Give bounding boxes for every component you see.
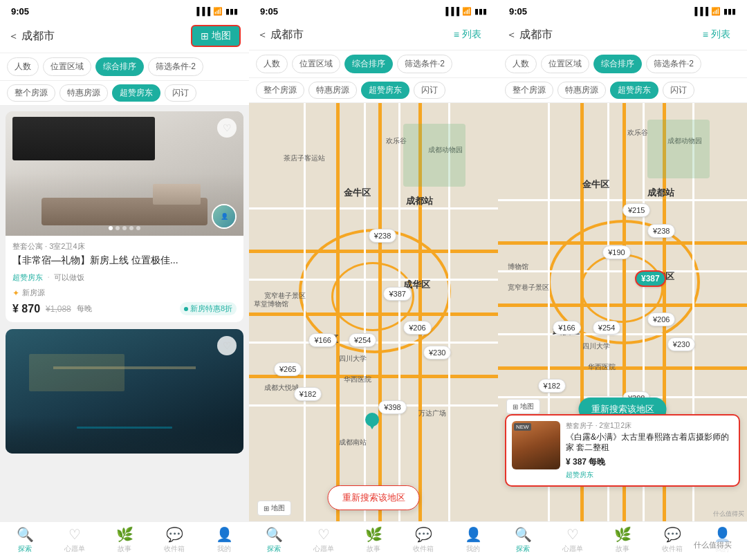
mini-listing-card-3[interactable]: NEW 整套房子 · 2室1卫2床 《白露&小满》太古里春熙路古着店摄影师的家 … xyxy=(505,414,740,487)
sub-tag-superhost-1[interactable]: 超赞房东 xyxy=(112,84,160,102)
signal-icon-1: ▐▐▐ xyxy=(194,7,210,15)
price-marker-387-2[interactable]: ¥387 xyxy=(383,287,411,301)
price-marker-238-2[interactable]: ¥238 xyxy=(369,229,396,243)
stories-icon-1: 🌿 xyxy=(116,526,133,543)
filter-tag-headcount-3[interactable]: 人数 xyxy=(505,55,537,73)
filter-tag-sort-1[interactable]: 综合排序 xyxy=(95,57,144,76)
tab-stories-2[interactable]: 🌿 故事 xyxy=(349,526,398,553)
price-marker-230-3[interactable]: ¥230 xyxy=(667,337,695,351)
sub-tag-flash-1[interactable]: 闪订 xyxy=(165,84,196,102)
panel-map-view: 9:05 ▐▐▐ 📶 ▮▮▮ ＜ 成都市 ≡ 列表 人数 位置区域 综合排序 筛… xyxy=(249,0,498,560)
district-jinniu-3: 金牛区 xyxy=(582,178,609,191)
sub-tag-flash-3[interactable]: 闪订 xyxy=(663,82,694,99)
filter-tag-headcount-1[interactable]: 人数 xyxy=(7,57,39,76)
listing-card-1[interactable]: ♡ 👤 整套公寓 · 3室2卫4床 【非常宿—礼物】新房上线 位置极佳... 超… xyxy=(6,111,243,322)
price-marker-254-3[interactable]: ¥254 xyxy=(593,321,620,335)
filter-tag-conditions-1[interactable]: 筛选条件·2 xyxy=(148,57,203,76)
price-marker-206-2[interactable]: ¥206 xyxy=(403,321,431,335)
back-button-2[interactable]: ＜ 成都市 xyxy=(257,28,304,42)
tab-stories-1[interactable]: 🌿 故事 xyxy=(100,526,149,553)
filter-tag-sort-3[interactable]: 综合排序 xyxy=(593,55,642,73)
price-marker-254-2[interactable]: ¥254 xyxy=(349,333,376,347)
host-avatar-1: 👤 xyxy=(212,204,237,229)
filter-row-1: 人数 位置区域 综合排序 筛选条件·2 xyxy=(0,53,249,81)
label-wanda-2: 万达广场 xyxy=(418,409,446,418)
filter-tag-headcount-2[interactable]: 人数 xyxy=(256,55,288,73)
tab-wishlist-3[interactable]: ♡ 心愿单 xyxy=(548,526,598,553)
sub-tag-discount-3[interactable]: 特惠房源 xyxy=(557,82,606,99)
listing-image-2: ♡ xyxy=(6,329,243,454)
mini-listing-info-3: 整套房子 · 2室1卫2床 《白露&小满》太古里春熙路古着店摄影师的家 套二整租… xyxy=(566,421,733,480)
sub-tag-discount-2[interactable]: 特惠房源 xyxy=(308,82,357,99)
back-button-1[interactable]: ＜ 成都市 xyxy=(8,29,55,44)
map-container-2[interactable]: 金牛区 成都站 成华区 武侯区 欢乐谷 成都动物园 茶店子客运站 宽窄巷子景区 … xyxy=(249,103,498,521)
discount-label-1: 新房特惠8折 xyxy=(190,304,232,314)
discount-dot-1 xyxy=(184,307,188,311)
sub-tag-superhost-3[interactable]: 超赞房东 xyxy=(610,82,658,99)
filter-tag-sort-2[interactable]: 综合排序 xyxy=(344,55,393,73)
avatar-img-1: 👤 xyxy=(213,205,235,227)
road-thin-v3-2 xyxy=(398,103,400,521)
list-view-label-3: 列表 xyxy=(711,28,730,41)
stories-label-2: 故事 xyxy=(367,544,380,554)
listing-info-1: 整套公寓 · 3室2卫4床 【非常宿—礼物】新房上线 位置极佳... 超赞房东 … xyxy=(6,236,243,322)
sub-filter-row-1: 整个房源 特惠房源 超赞房东 闪订 xyxy=(0,81,249,106)
road-v1-2 xyxy=(336,103,340,521)
re-search-label-2: 重新搜索该地区 xyxy=(342,492,405,503)
sub-tag-flash-2[interactable]: 闪订 xyxy=(414,82,445,99)
map-view-button-1[interactable]: ⊞ 地图 xyxy=(191,25,241,47)
tab-profile-1[interactable]: 👤 我的 xyxy=(199,526,249,553)
battery-icon-2: ▮▮▮ xyxy=(474,7,487,16)
tab-wishlist-1[interactable]: ♡ 心愿单 xyxy=(50,526,100,553)
price-marker-206-3[interactable]: ¥206 xyxy=(647,312,675,326)
sub-tag-discount-1[interactable]: 特惠房源 xyxy=(59,84,108,102)
road-h2-2 xyxy=(249,312,498,316)
price-marker-387-3-selected[interactable]: ¥387 xyxy=(635,270,666,287)
price-marker-182-2[interactable]: ¥182 xyxy=(294,387,322,401)
park-area-2 xyxy=(403,124,465,187)
tab-stories-3[interactable]: 🌿 故事 xyxy=(598,526,647,553)
price-marker-238-3[interactable]: ¥238 xyxy=(647,224,675,238)
sub-tag-superhost-2[interactable]: 超赞房东 xyxy=(361,82,409,99)
filter-tag-location-1[interactable]: 位置区域 xyxy=(43,57,91,76)
tab-profile-2[interactable]: 👤 我的 xyxy=(448,526,498,553)
price-marker-215-3[interactable]: ¥215 xyxy=(622,203,650,217)
listing-card-2[interactable]: ♡ xyxy=(6,329,243,454)
price-marker-265-2[interactable]: ¥265 xyxy=(274,362,302,376)
price-marker-166-2[interactable]: ¥166 xyxy=(308,333,336,347)
price-marker-230-2[interactable]: ¥230 xyxy=(423,346,451,360)
price-marker-166-3[interactable]: ¥166 xyxy=(553,321,580,335)
road-h1-2 xyxy=(249,250,498,253)
new-source-label-1: 新房源 xyxy=(22,288,45,298)
map-background-3: 金牛区 成都站 成华区 武侯区 欢乐谷 成都动物园 宽窄巷子景区 四川大学 华西… xyxy=(498,103,747,521)
tab-inbox-1[interactable]: 💬 收件箱 xyxy=(149,526,199,553)
tab-inbox-2[interactable]: 💬 收件箱 xyxy=(398,526,448,553)
back-button-3[interactable]: ＜ 成都市 xyxy=(506,28,553,42)
price-marker-398-2[interactable]: ¥398 xyxy=(378,400,406,414)
chevron-left-icon-2: ＜ xyxy=(257,28,268,41)
status-icons-1: ▐▐▐ 📶 ▮▮▮ xyxy=(194,7,238,16)
label-kuanzhai-3: 宽窄巷子景区 xyxy=(508,283,549,292)
list-view-button-2[interactable]: ≡ 列表 xyxy=(445,25,490,44)
sub-tag-all-3[interactable]: 整个房源 xyxy=(505,82,553,99)
tab-explore-1[interactable]: 🔍 探索 xyxy=(0,526,50,553)
sub-tag-all-1[interactable]: 整个房源 xyxy=(7,84,55,102)
sub-tag-all-2[interactable]: 整个房源 xyxy=(256,82,304,99)
filter-tag-location-3[interactable]: 位置区域 xyxy=(541,55,589,73)
filter-tag-conditions-2[interactable]: 筛选条件·2 xyxy=(397,55,452,73)
explore-icon-1: 🔍 xyxy=(17,526,34,543)
tab-explore-2[interactable]: 🔍 探索 xyxy=(249,526,299,553)
list-view-button-3[interactable]: ≡ 列表 xyxy=(694,25,739,44)
tab-explore-3[interactable]: 🔍 探索 xyxy=(498,526,548,553)
filter-tag-location-2[interactable]: 位置区域 xyxy=(292,55,340,73)
price-marker-190-3[interactable]: ¥190 xyxy=(602,245,630,259)
listing-scroll-1[interactable]: ♡ 👤 整套公寓 · 3室2卫4床 【非常宿—礼物】新房上线 位置极佳... 超… xyxy=(0,106,249,521)
re-search-button-2[interactable]: 重新搜索该地区 xyxy=(328,485,420,510)
tab-wishlist-2[interactable]: ♡ 心愿单 xyxy=(299,526,349,553)
map-container-3[interactable]: 金牛区 成都站 成华区 武侯区 欢乐谷 成都动物园 宽窄巷子景区 四川大学 华西… xyxy=(498,103,747,521)
wishlist-heart-2[interactable]: ♡ xyxy=(217,336,237,355)
inbox-label-3: 收件箱 xyxy=(662,544,683,554)
wishlist-heart-1[interactable]: ♡ xyxy=(217,118,237,138)
filter-tag-conditions-3[interactable]: 筛选条件·2 xyxy=(646,55,701,73)
price-marker-182-3[interactable]: ¥182 xyxy=(538,379,566,393)
